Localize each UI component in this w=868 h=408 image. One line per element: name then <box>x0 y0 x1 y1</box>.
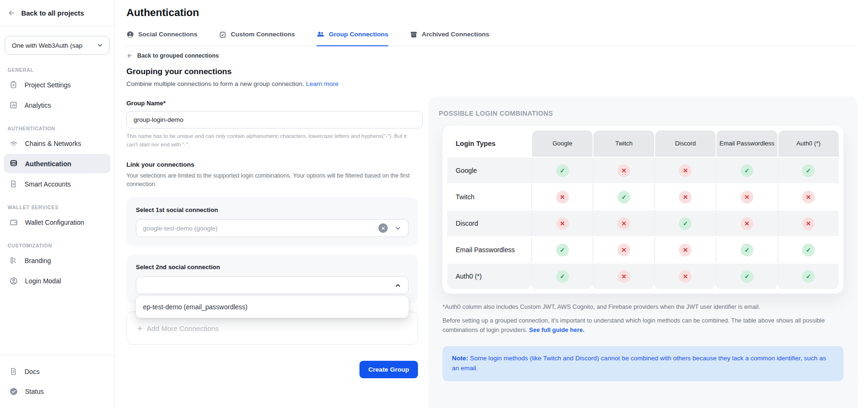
table-cell: ✓ <box>778 264 839 289</box>
possible-login-combinations-panel: POSSIBLE LOGIN COMBINATIONS Login TypesG… <box>428 96 858 408</box>
table-cell: ✓ <box>655 211 716 236</box>
table-cell: ✕ <box>655 184 716 210</box>
sidebar-item-branding[interactable]: Branding <box>4 251 110 270</box>
table-cell: ✕ <box>655 237 716 263</box>
table-cell: ✓ <box>717 237 777 263</box>
table-row-label: Email Passwordless <box>447 237 531 263</box>
cross-icon: ✕ <box>679 164 692 177</box>
cross-icon: ✕ <box>741 191 753 204</box>
clear-icon[interactable] <box>378 223 388 233</box>
sidebar-item-authentication[interactable]: Authentication <box>4 154 110 173</box>
create-group-button[interactable]: Create Group <box>359 361 418 378</box>
table-cell: ✓ <box>717 158 777 183</box>
sidebar-item-label: Branding <box>25 257 51 264</box>
group-name-help: This name has to be unique and can only … <box>126 132 409 149</box>
check-icon: ✓ <box>618 191 630 204</box>
page-title: Authentication <box>126 7 445 19</box>
check-icon: ✓ <box>802 164 815 177</box>
tab-label: Social Connections <box>138 31 197 38</box>
table-cell: ✕ <box>593 237 654 263</box>
table-cell: ✕ <box>532 184 593 210</box>
cross-icon: ✕ <box>802 217 815 230</box>
table-cell: ✕ <box>655 264 716 289</box>
sidebar-item-label: Project Settings <box>25 81 71 89</box>
sidebar-footer: Docs Status <box>0 355 114 408</box>
sidebar-item-analytics[interactable]: Analytics <box>4 95 110 115</box>
back-to-grouped-connections-link[interactable]: Back to grouped connections <box>126 52 445 59</box>
sidebar-item-wallet-configuration[interactable]: Wallet Configuration <box>4 212 110 232</box>
group-people-icon <box>317 30 325 38</box>
check-icon: ✓ <box>741 164 753 177</box>
cross-icon: ✕ <box>618 164 630 177</box>
second-connection-card: Select 2nd social connection ep-test-dem… <box>126 255 418 303</box>
cross-icon: ✕ <box>802 191 815 204</box>
back-to-grouped-label: Back to grouped connections <box>137 52 219 59</box>
link-connections-heading: Link your connections <box>126 161 423 168</box>
sidebar-item-smart-accounts[interactable]: Smart Accounts <box>4 174 110 194</box>
arrow-left-icon <box>126 52 133 59</box>
tab-label: Custom Connections <box>231 31 295 38</box>
table-cell: ✕ <box>778 184 839 210</box>
clipboard-icon <box>9 81 17 89</box>
tab-group-connections[interactable]: Group Connections <box>317 30 388 46</box>
select-2nd-connection[interactable] <box>136 276 409 294</box>
table-cell: ✓ <box>717 264 777 289</box>
sidebar-item-label: Wallet Configuration <box>25 219 84 226</box>
combinations-title: POSSIBLE LOGIN COMBINATIONS <box>439 110 847 117</box>
file-icon <box>9 180 17 188</box>
sidebar-section-general: GENERAL <box>8 67 107 73</box>
user-circle-icon <box>9 277 18 285</box>
tab-bar: Social Connections Custom Connections Gr… <box>126 30 855 46</box>
wallet-icon <box>9 218 18 227</box>
table-cell: ✕ <box>778 211 839 236</box>
sidebar-section-customization: CUSTOMIZATION <box>8 243 107 248</box>
sidebar-item-chains-networks[interactable]: Chains & Networks <box>4 134 110 153</box>
note-label: Note: <box>452 355 468 362</box>
tab-archived-connections[interactable]: Archived Connections <box>410 30 489 46</box>
project-selector[interactable]: One with Web3Auth (sap <box>5 36 109 55</box>
auth0-footnote: *Auth0 column also includes Custom JWT, … <box>442 303 843 310</box>
sidebar: Back to all projects One with Web3Auth (… <box>0 0 115 408</box>
table-row-label: Discord <box>447 211 531 236</box>
guide-footnote: Before setting up a grouped connection, … <box>442 316 843 335</box>
tab-custom-connections[interactable]: Custom Connections <box>219 30 295 46</box>
check-icon: ✓ <box>741 244 753 256</box>
database-stack-icon <box>9 160 18 168</box>
chevron-down-icon[interactable] <box>394 225 401 232</box>
table-cell: ✕ <box>593 264 654 289</box>
table-header-cell: Discord <box>655 130 716 157</box>
learn-more-link[interactable]: Learn more <box>306 80 338 87</box>
sidebar-item-docs[interactable]: Docs <box>4 362 110 381</box>
badge-icon <box>219 31 226 38</box>
dropdown-option-ep-test-demo[interactable]: ep-test-demo (email_passwordless) <box>136 302 409 312</box>
sidebar-item-label: Smart Accounts <box>25 180 71 188</box>
back-to-projects-link[interactable]: Back to all projects <box>0 0 114 26</box>
table-cell: ✓ <box>778 237 839 263</box>
sidebar-section-wallet-services: WALLET SERVICES <box>8 204 107 210</box>
check-icon: ✓ <box>556 244 569 256</box>
form-heading: Grouping your connections <box>126 67 423 76</box>
tab-social-connections[interactable]: Social Connections <box>126 30 197 46</box>
group-name-label: Group Name* <box>126 100 423 107</box>
cross-icon: ✕ <box>618 217 630 230</box>
see-full-guide-link[interactable]: See full guide here. <box>529 326 584 333</box>
table-cell: ✓ <box>532 158 593 183</box>
group-name-input[interactable] <box>126 111 423 128</box>
first-connection-card: Select 1st social connection google-test… <box>126 197 418 246</box>
sidebar-item-label: Login Modal <box>25 277 61 285</box>
cross-icon: ✕ <box>556 191 569 204</box>
check-icon: ✓ <box>741 270 753 283</box>
chevron-up-icon[interactable] <box>394 282 401 289</box>
table-cell: ✓ <box>593 184 654 210</box>
sidebar-item-label: Docs <box>25 368 40 375</box>
table-cell: ✕ <box>717 211 777 236</box>
select-1st-connection[interactable]: google-test-demo (google) <box>136 219 409 237</box>
sidebar-item-login-modal[interactable]: Login Modal <box>4 271 110 290</box>
sidebar-item-project-settings[interactable]: Project Settings <box>4 75 110 94</box>
form-subheading: Combine multiple connections to form a n… <box>126 80 304 87</box>
link-connections-description: Your selections are limited to the suppo… <box>126 171 414 189</box>
combinations-table: Login TypesGoogleTwitchDiscordEmail Pass… <box>447 130 839 289</box>
cross-icon: ✕ <box>618 244 630 256</box>
sidebar-item-status[interactable]: Status <box>4 382 110 401</box>
table-header-cell: Auth0 (*) <box>778 130 839 157</box>
